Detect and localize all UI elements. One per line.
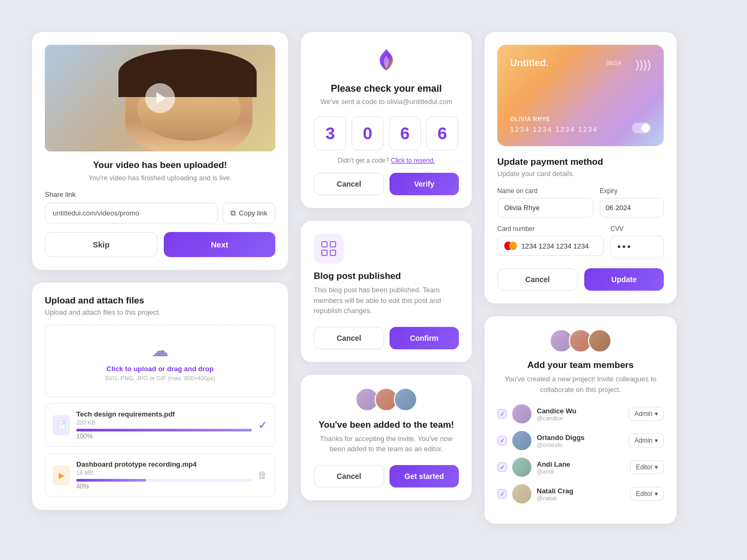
team-added-title: You've been added to the team! <box>314 420 459 430</box>
confirm-button[interactable]: Confirm <box>390 327 459 349</box>
member-row: ✓ Andi Lane @andi Editor ▾ <box>497 458 664 477</box>
upload-files-card: Upload and attach files Upload and attac… <box>32 283 288 510</box>
member-avatar <box>512 404 531 423</box>
members-subtitle: You've created a new project! Invite col… <box>497 374 664 395</box>
file-delete-icon[interactable]: 🗑 <box>258 470 267 481</box>
video-title: Your video has been uploaded! <box>45 160 275 171</box>
file-percent: 100% <box>76 433 252 440</box>
next-button[interactable]: Next <box>164 232 275 257</box>
file-check-icon: ✓ <box>258 419 267 431</box>
update-button[interactable]: Update <box>584 268 664 291</box>
cancel-button[interactable]: Cancel <box>497 268 578 291</box>
blog-published-card: Blog post published This blog post has b… <box>301 221 472 362</box>
click-to-upload[interactable]: Click to upload <box>107 365 156 373</box>
cancel-button[interactable]: Cancel <box>314 173 384 195</box>
code-digit-2[interactable]: 0 <box>352 116 384 150</box>
video-thumbnail <box>45 45 275 151</box>
share-link-label: Share link <box>45 190 275 198</box>
payment-title: Update payment method <box>497 157 664 167</box>
video-upload-card: Your video has been uploaded! You're vid… <box>32 32 288 270</box>
file-video-icon: ▶ <box>53 465 70 485</box>
member-info: Natali Crag @natali <box>537 487 625 501</box>
members-title: Add your team members <box>497 360 664 371</box>
card-brand-name: Untitled. <box>510 58 549 69</box>
payment-subtitle: Update your card details. <box>497 170 664 178</box>
blog-subtitle: This blog post has been published. Team … <box>314 285 459 316</box>
email-title: Please check your email <box>314 83 459 94</box>
copy-link-button[interactable]: ⧉ Copy link <box>222 203 275 223</box>
file-progress-bar <box>76 479 146 482</box>
member-name: Candice Wu <box>537 407 623 415</box>
file-name: Dashboard prototype recording.mp4 <box>76 460 251 468</box>
member-row: ✓ Orlando Diggs @orlando Admin ▾ <box>497 431 664 450</box>
upload-subtitle: Upload and attach files to this project. <box>45 308 275 316</box>
share-link-input[interactable] <box>45 203 218 223</box>
card-holder-name: OLIVIA RHYE <box>510 116 651 122</box>
role-select[interactable]: Admin ▾ <box>629 434 664 447</box>
name-label: Name on card <box>497 187 593 195</box>
file-size: 200 KB <box>76 419 252 426</box>
upload-title: Upload and attach files <box>45 295 275 306</box>
role-select[interactable]: Editor ▾ <box>630 487 664 501</box>
member-handle: @candice <box>537 415 623 421</box>
file-info: Tech design requirements.pdf 200 KB 100% <box>76 410 252 440</box>
app-logo <box>371 45 401 75</box>
expiry-label: Expiry <box>600 187 664 195</box>
code-digit-4[interactable]: 6 <box>426 116 458 150</box>
verification-code-row: 3 0 6 6 <box>314 116 459 150</box>
expiry-month[interactable]: 06 <box>606 204 613 212</box>
nfc-icon: )))) <box>635 58 651 71</box>
card-number-display: 1234 1234 1234 1234 <box>510 125 651 133</box>
cvv-input[interactable]: ••• <box>610 236 664 259</box>
name-input[interactable] <box>497 198 593 218</box>
role-select[interactable]: Admin ▾ <box>629 407 664 421</box>
code-digit-1[interactable]: 3 <box>314 116 346 150</box>
card-number-input[interactable]: 1234 1234 1234 1234 <box>497 236 604 256</box>
file-item: 📄 Tech design requirements.pdf 200 KB 10… <box>45 403 275 447</box>
verify-button[interactable]: Verify <box>390 173 459 195</box>
member-checkbox[interactable]: ✓ <box>497 436 507 445</box>
file-info: Dashboard prototype recording.mp4 16 MB … <box>76 460 251 490</box>
email-subtitle: We've sent a code to olivia@untitledui.c… <box>314 98 459 106</box>
member-row: ✓ Candice Wu @candice Admin ▾ <box>497 404 664 423</box>
mastercard-icon <box>504 242 517 250</box>
drop-zone[interactable]: ☁ Click to upload or drag and drop SVG, … <box>45 325 275 397</box>
avatar <box>588 329 611 353</box>
member-name: Natali Crag <box>537 487 625 495</box>
chevron-down-icon: ▾ <box>655 490 658 498</box>
drop-hint: SVG, PNG, JPG or GIF (max. 800×400px) <box>54 375 266 381</box>
copy-icon: ⧉ <box>231 209 236 218</box>
member-checkbox[interactable]: ✓ <box>497 462 507 472</box>
card-toggle[interactable] <box>632 123 651 133</box>
file-size: 16 MB <box>76 469 251 476</box>
member-handle: @natali <box>537 495 625 501</box>
file-progress-bar <box>76 429 252 431</box>
video-subtitle: You're video has finished uploading and … <box>45 174 275 182</box>
get-started-button[interactable]: Get started <box>390 465 459 487</box>
file-progress-track <box>76 479 251 482</box>
cancel-button[interactable]: Cancel <box>314 327 384 349</box>
members-avatars <box>497 329 664 353</box>
file-item: ▶ Dashboard prototype recording.mp4 16 M… <box>45 453 275 497</box>
expiry-year[interactable]: 2024 <box>615 204 631 212</box>
member-row: ✓ Natali Crag @natali Editor ▾ <box>497 484 664 503</box>
play-button[interactable] <box>145 83 175 113</box>
credit-card-visual: Untitled. )))) 06/24 OLIVIA RHYE 1234 12… <box>497 45 664 146</box>
role-select[interactable]: Editor ▾ <box>630 460 664 474</box>
drop-text: Click to upload or drag and drop <box>54 365 266 373</box>
team-avatars <box>314 388 459 411</box>
file-name: Tech design requirements.pdf <box>76 410 252 418</box>
member-name: Andi Lane <box>537 460 625 468</box>
skip-button[interactable]: Skip <box>45 232 157 257</box>
code-digit-3[interactable]: 6 <box>389 116 421 150</box>
file-percent: 40% <box>76 483 251 490</box>
member-checkbox[interactable]: ✓ <box>497 489 507 499</box>
file-pdf-icon: 📄 <box>53 415 70 435</box>
team-added-card: You've been added to the team! Thanks fo… <box>301 375 472 500</box>
member-handle: @andi <box>537 468 625 475</box>
cancel-button[interactable]: Cancel <box>314 465 384 487</box>
toggle-knob <box>641 124 650 132</box>
blog-title: Blog post published <box>314 271 459 282</box>
resend-link[interactable]: Click to resend. <box>391 157 435 164</box>
member-checkbox[interactable]: ✓ <box>497 409 507 419</box>
